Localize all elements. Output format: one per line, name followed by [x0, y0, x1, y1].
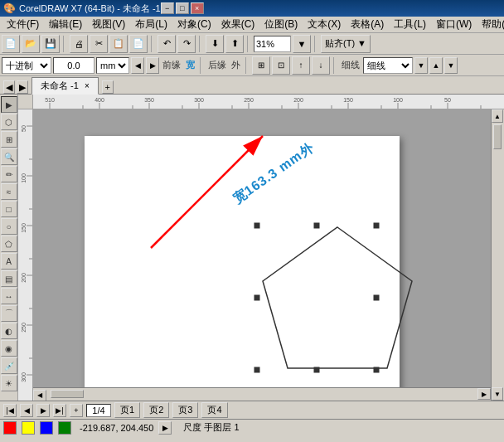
- right-arrow-btn[interactable]: ▶: [146, 57, 159, 74]
- scroll-down-btn[interactable]: ▼: [492, 387, 503, 401]
- handle-bm[interactable]: [314, 367, 320, 373]
- handle-mr[interactable]: [374, 295, 380, 301]
- menu-item-b[interactable]: 位图(B): [259, 16, 303, 33]
- tab-nav-left[interactable]: ◀: [3, 80, 15, 94]
- polygon-tool[interactable]: ⬠: [1, 236, 17, 252]
- fill-tool[interactable]: ◐: [1, 323, 17, 339]
- menu-item-c[interactable]: 效果(C): [216, 16, 260, 33]
- value1-input[interactable]: [53, 57, 94, 74]
- page-add-btn[interactable]: +: [70, 404, 83, 417]
- menu-item-a[interactable]: 表格(A): [346, 16, 389, 33]
- handle-br[interactable]: [374, 367, 380, 373]
- scrollbar-horizontal[interactable]: ◀ ▶: [33, 387, 491, 401]
- ellipse-tool[interactable]: ○: [1, 218, 17, 235]
- left-arrow-btn[interactable]: ◀: [131, 57, 144, 74]
- color-red[interactable]: [3, 421, 17, 435]
- scroll-thumb-v[interactable]: [493, 124, 502, 149]
- arrow-down-btn[interactable]: ↓: [312, 56, 330, 75]
- zoom-tool[interactable]: 🔍: [1, 148, 17, 165]
- paste-button[interactable]: 📄: [129, 35, 148, 53]
- eyedropper-tool[interactable]: 💉: [1, 357, 17, 374]
- cut-button[interactable]: ✂: [90, 35, 108, 53]
- close-button[interactable]: ×: [191, 2, 204, 14]
- interactive-tool[interactable]: ☀: [1, 375, 17, 391]
- menu-item-x[interactable]: 文本(X): [303, 16, 346, 33]
- mm-select[interactable]: mm: [96, 57, 129, 74]
- pentagon-polygon[interactable]: [263, 227, 412, 368]
- handle-tl[interactable]: [254, 223, 260, 229]
- undo-button[interactable]: ↶: [158, 35, 176, 53]
- new-tab-button[interactable]: +: [102, 80, 114, 94]
- scrollbar-vertical[interactable]: ▲ ▼: [491, 109, 504, 401]
- tab-nav-right[interactable]: ▶: [17, 80, 28, 94]
- handle-bl[interactable]: [254, 367, 260, 373]
- handle-tm[interactable]: [314, 223, 320, 229]
- grid-btn[interactable]: ⊞: [252, 56, 270, 75]
- line-up[interactable]: ▲: [429, 57, 443, 74]
- menu-item-l[interactable]: 工具(L): [389, 16, 431, 33]
- line-dn[interactable]: ▼: [444, 57, 458, 74]
- shape-tool[interactable]: ⬡: [1, 114, 17, 130]
- arrow-up-btn[interactable]: ↑: [292, 56, 310, 75]
- dot-btn[interactable]: ⊡: [272, 56, 290, 75]
- page3-btn[interactable]: 页3: [172, 402, 198, 418]
- save-button[interactable]: 💾: [41, 35, 60, 53]
- menu-item-w[interactable]: 窗口(W): [431, 16, 477, 33]
- menu-item-e[interactable]: 编辑(E): [44, 16, 87, 33]
- zoom-dropdown[interactable]: ▼: [293, 35, 311, 53]
- open-button[interactable]: 📂: [22, 35, 40, 53]
- snap-button[interactable]: 贴齐(T) ▼: [321, 35, 371, 53]
- copy-button[interactable]: 📋: [109, 35, 128, 53]
- titlebar-controls: − □ ×: [161, 2, 204, 14]
- page2-btn[interactable]: 页2: [143, 402, 169, 418]
- page4-btn[interactable]: 页4: [201, 402, 227, 418]
- maximize-button[interactable]: □: [176, 2, 189, 14]
- print-button[interactable]: 🖨: [70, 35, 88, 53]
- smart-tool[interactable]: ≈: [1, 183, 17, 200]
- line-dropdown[interactable]: ▼: [414, 57, 428, 74]
- crop-tool[interactable]: ⊞: [1, 131, 17, 148]
- menu-item-f[interactable]: 文件(F): [2, 16, 44, 33]
- redo-button[interactable]: ↷: [177, 35, 196, 53]
- rect-tool[interactable]: □: [1, 201, 17, 217]
- scroll-up-btn[interactable]: ▲: [492, 109, 503, 123]
- unit-select[interactable]: 十进制: [2, 57, 51, 74]
- page-last-btn[interactable]: ▶|: [53, 404, 66, 417]
- select-tool[interactable]: ▶: [1, 96, 17, 113]
- coord-arrow-btn[interactable]: ▶: [158, 421, 172, 435]
- handle-tr[interactable]: [374, 223, 380, 229]
- new-button[interactable]: 📄: [2, 35, 20, 53]
- pentagon-shape[interactable]: [250, 223, 424, 389]
- titlebar: 🎨 CorelDRAW X7 (64-Bit) - 未命名 -1 − □ ×: [0, 0, 504, 17]
- canvas-area[interactable]: 510 400 350 300 250 200 150: [18, 95, 504, 401]
- minimize-button[interactable]: −: [161, 2, 174, 14]
- scroll-right-btn[interactable]: ▶: [477, 388, 491, 400]
- line-select[interactable]: 细线: [363, 57, 413, 74]
- export-button[interactable]: ⬆: [225, 35, 244, 53]
- table-tool[interactable]: ▤: [1, 270, 17, 287]
- page1-btn[interactable]: 页1: [114, 402, 140, 418]
- connector-tool[interactable]: ⌒: [1, 305, 17, 322]
- tab-unnamed[interactable]: 未命名 -1 ×: [32, 77, 99, 95]
- freehand-tool[interactable]: ✏: [1, 166, 17, 182]
- menu-item-v[interactable]: 视图(V): [87, 16, 130, 33]
- zoom-input[interactable]: [254, 36, 291, 52]
- menu-item-h[interactable]: 帮助(H): [477, 16, 504, 33]
- page-first-btn[interactable]: |◀: [3, 404, 17, 417]
- page-prev-btn[interactable]: ◀: [20, 404, 33, 417]
- page-next-btn[interactable]: ▶: [36, 404, 50, 417]
- scroll-thumb-h[interactable]: [51, 390, 84, 398]
- color-blue[interactable]: [40, 421, 53, 435]
- import-button[interactable]: ⬇: [206, 35, 224, 53]
- color-yellow[interactable]: [22, 421, 35, 435]
- color-green[interactable]: [58, 421, 71, 435]
- menu-item-l[interactable]: 布局(L): [130, 16, 172, 33]
- menu-item-c[interactable]: 对象(C): [172, 16, 216, 33]
- handle-ml[interactable]: [254, 295, 260, 301]
- text-tool[interactable]: A: [1, 253, 17, 270]
- separator1: [63, 36, 66, 52]
- outline-tool[interactable]: ◉: [1, 340, 17, 357]
- scroll-left-btn[interactable]: ◀: [33, 390, 46, 401]
- dimension-tool[interactable]: ↔: [1, 288, 17, 304]
- tab-close-icon[interactable]: ×: [85, 81, 90, 90]
